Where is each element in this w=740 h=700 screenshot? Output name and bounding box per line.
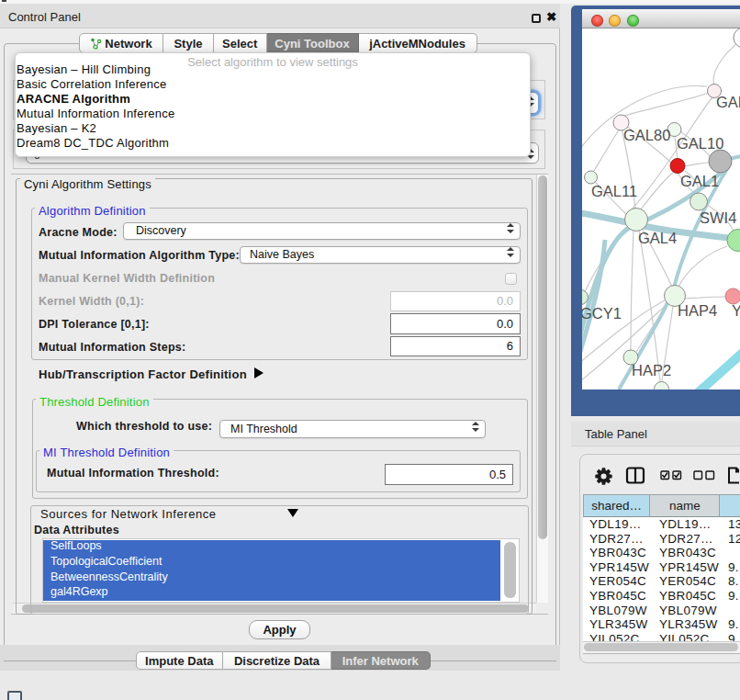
- svg-text:GAL11: GAL11: [591, 183, 637, 199]
- svg-text:SWI4: SWI4: [700, 209, 736, 226]
- svg-text:GAL7: GAL7: [716, 94, 740, 110]
- svg-text:GAL80: GAL80: [623, 127, 670, 143]
- svg-text:GAL4: GAL4: [638, 230, 677, 246]
- svg-text:GCY1: GCY1: [582, 305, 622, 322]
- svg-text:GAL10: GAL10: [677, 135, 723, 152]
- svg-text:HAP2: HAP2: [632, 362, 671, 378]
- svg-text:HAP4: HAP4: [678, 302, 717, 319]
- svg-text:Y: Y: [732, 302, 740, 319]
- svg-text:GAL1: GAL1: [680, 173, 719, 189]
